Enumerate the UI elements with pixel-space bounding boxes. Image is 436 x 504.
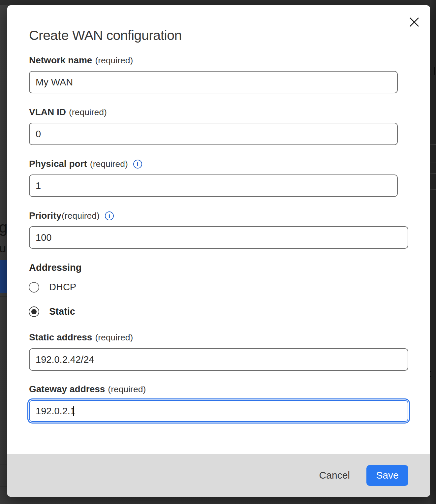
required-hint: (required) — [108, 384, 146, 394]
info-icon[interactable]: i — [105, 211, 114, 220]
radio-label: DHCP — [49, 282, 76, 293]
gateway-address-label: Gateway address (required) — [29, 384, 146, 394]
required-hint: (required) — [95, 332, 133, 343]
save-button[interactable]: Save — [366, 465, 408, 486]
radio-unselected-icon — [29, 282, 39, 293]
physical-port-input[interactable] — [29, 174, 398, 197]
label-text: Network name — [29, 55, 92, 66]
close-button[interactable] — [407, 15, 421, 30]
label-text: Physical port — [29, 159, 87, 169]
backdrop-divider — [429, 163, 436, 163]
required-hint: (required) — [90, 159, 128, 169]
backdrop-top-strip — [0, 0, 436, 5]
backdrop-divider — [429, 189, 436, 190]
info-icon[interactable]: i — [133, 160, 142, 169]
network-name-label: Network name (required) — [29, 55, 133, 66]
addressing-option-dhcp[interactable]: DHCP — [29, 282, 76, 293]
dialog-footer: Cancel Save — [7, 454, 430, 497]
priority-input[interactable] — [29, 226, 408, 249]
create-wan-configuration-dialog: Create WAN configuration Network name (r… — [7, 5, 430, 497]
backdrop-divider — [429, 173, 436, 174]
dialog-title: Create WAN configuration — [29, 27, 182, 43]
backdrop-divider — [0, 487, 7, 487]
vlan-id-label: VLAN ID (required) — [29, 107, 107, 117]
required-hint: (required) — [62, 211, 100, 221]
backdrop-divider — [429, 144, 436, 145]
backdrop-text-fragment: g — [0, 218, 8, 236]
gateway-address-input[interactable] — [29, 400, 408, 422]
backdrop-blue-button-fragment — [0, 260, 7, 293]
label-text: Priority — [29, 210, 61, 221]
required-hint: (required) — [95, 55, 133, 66]
backdrop-divider — [0, 296, 7, 297]
physical-port-label: Physical port (required) i — [29, 159, 142, 169]
radio-label: Static — [49, 306, 75, 317]
static-address-label: Static address (required) — [29, 332, 133, 343]
label-text: Gateway address — [29, 384, 105, 394]
addressing-option-static[interactable]: Static — [29, 306, 75, 317]
static-address-input[interactable] — [29, 348, 408, 371]
backdrop-divider — [0, 464, 7, 464]
close-icon — [409, 17, 419, 28]
text-cursor — [73, 406, 74, 416]
addressing-heading: Addressing — [29, 262, 82, 273]
cancel-button[interactable]: Cancel — [319, 468, 351, 483]
priority-label: Priority (required) i — [29, 210, 114, 221]
network-name-input[interactable] — [29, 71, 398, 93]
label-text: VLAN ID — [29, 107, 66, 117]
backdrop-text-fragment: u — [0, 241, 6, 255]
required-hint: (required) — [69, 107, 107, 117]
vlan-id-input[interactable] — [29, 123, 398, 145]
label-text: Static address — [29, 332, 92, 343]
radio-selected-icon — [29, 306, 39, 317]
